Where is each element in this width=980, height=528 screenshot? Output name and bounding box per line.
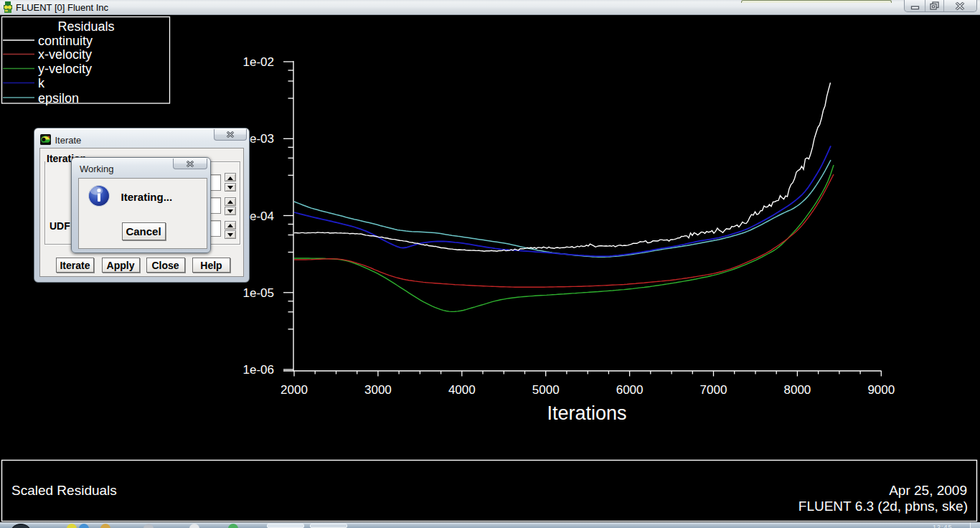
- svg-text:Scaled Residuals: Scaled Residuals: [11, 483, 117, 498]
- svg-text:Apr 25, 2009: Apr 25, 2009: [889, 483, 967, 498]
- svg-text:9000: 9000: [867, 383, 895, 397]
- svg-text:5000: 5000: [532, 383, 560, 397]
- svg-text:1e-02: 1e-02: [243, 55, 274, 69]
- svg-text:1e-05: 1e-05: [243, 286, 274, 300]
- svg-text:Iterations: Iterations: [547, 402, 626, 424]
- svg-text:1e-06: 1e-06: [243, 363, 274, 377]
- svg-text:Residuals: Residuals: [57, 19, 114, 34]
- svg-text:3000: 3000: [364, 383, 392, 397]
- svg-text:k: k: [38, 76, 45, 90]
- svg-text:2000: 2000: [281, 383, 308, 397]
- svg-text:epsilon: epsilon: [38, 91, 79, 105]
- svg-text:x-velocity: x-velocity: [38, 47, 92, 62]
- svg-text:FLUENT 6.3 (2d, pbns, ske): FLUENT 6.3 (2d, pbns, ske): [798, 499, 968, 514]
- svg-text:6000: 6000: [616, 383, 644, 397]
- svg-text:7000: 7000: [700, 383, 727, 397]
- svg-text:8000: 8000: [783, 383, 811, 397]
- svg-text:continuity: continuity: [38, 34, 93, 48]
- svg-text:y-velocity: y-velocity: [38, 62, 92, 76]
- svg-text:4000: 4000: [448, 383, 476, 397]
